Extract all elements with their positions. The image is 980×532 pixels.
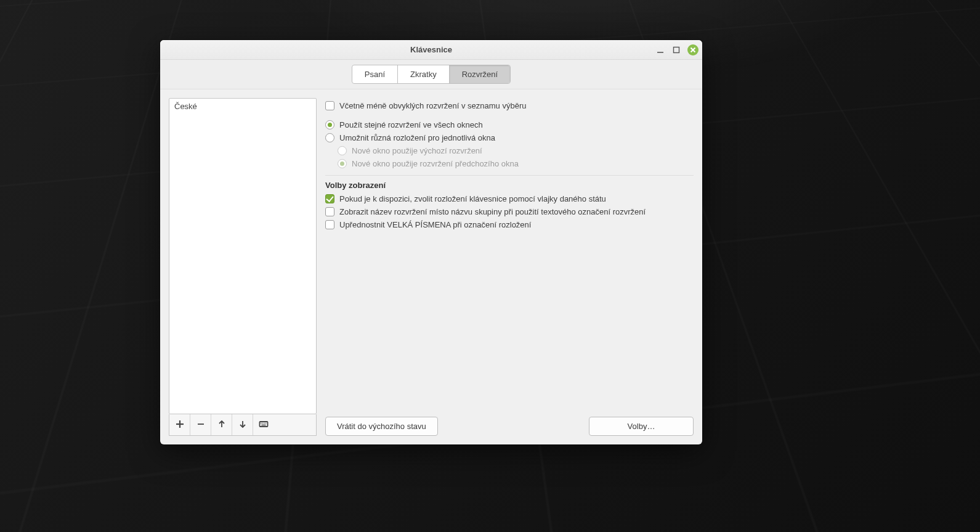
use-flag-row[interactable]: Pokud je k dispozici, zvolit rozložení k… bbox=[325, 192, 694, 205]
same-all-windows-label: Použít stejné rozvržení ve všech oknech bbox=[339, 120, 483, 129]
plus-icon bbox=[175, 419, 185, 431]
tab-shortcuts[interactable]: Zkratky bbox=[398, 65, 450, 83]
reset-button[interactable]: Vrátit do výchozího stavu bbox=[325, 417, 438, 436]
checkbox-icon bbox=[325, 101, 334, 110]
checkbox-icon bbox=[325, 220, 334, 229]
options-button[interactable]: Volby… bbox=[589, 417, 694, 436]
radio-icon bbox=[325, 133, 334, 142]
tab-strip: Psaní Zkratky Rozvržení bbox=[352, 65, 511, 84]
include-exotic-label: Včetně méně obvyklých rozvržení v seznam… bbox=[339, 101, 526, 110]
show-layout-name-row[interactable]: Zobrazit název rozvržení místo názvu sku… bbox=[325, 205, 694, 218]
layouts-list[interactable]: České bbox=[169, 98, 317, 414]
minimize-button[interactable] bbox=[655, 45, 665, 55]
arrow-up-icon bbox=[217, 419, 227, 431]
window-controls bbox=[655, 40, 699, 59]
divider bbox=[325, 175, 694, 176]
arrow-down-icon bbox=[238, 419, 248, 431]
minus-icon bbox=[196, 419, 206, 431]
use-flag-label: Pokud je k dispozici, zvolit rozložení k… bbox=[339, 194, 606, 203]
body: České bbox=[160, 89, 702, 444]
show-layout-name-label: Zobrazit název rozvržení místo názvu sku… bbox=[339, 207, 646, 216]
new-window-prev-label: Nové okno použije rozvržení předchozího … bbox=[352, 159, 519, 168]
checkbox-icon bbox=[325, 207, 334, 216]
move-down-button[interactable] bbox=[232, 414, 253, 435]
tab-layouts[interactable]: Rozvržení bbox=[450, 65, 511, 83]
tab-row: Psaní Zkratky Rozvržení bbox=[160, 60, 702, 89]
list-item[interactable]: České bbox=[174, 100, 311, 112]
show-keyboard-button[interactable] bbox=[253, 414, 274, 435]
checkbox-icon bbox=[325, 194, 334, 203]
radio-icon bbox=[338, 146, 347, 155]
per-window-label: Umožnit různá rozložení pro jednotlivá o… bbox=[339, 133, 495, 142]
keyboard-settings-window: Klávesnice Psaní Zkratky Rozvržení České bbox=[160, 40, 702, 444]
radio-icon bbox=[338, 159, 347, 168]
maximize-button[interactable] bbox=[671, 45, 681, 55]
prefer-uppercase-row[interactable]: Upřednostnit VELKÁ PÍSMENA při označení … bbox=[325, 218, 694, 231]
options-area: Včetně méně obvyklých rozvržení v seznam… bbox=[325, 99, 694, 409]
close-button[interactable] bbox=[687, 44, 699, 55]
prefer-uppercase-label: Upřednostnit VELKÁ PÍSMENA při označení … bbox=[339, 220, 531, 229]
new-window-prev-row: Nové okno použije rozvržení předchozího … bbox=[338, 157, 694, 170]
svg-rect-9 bbox=[260, 422, 268, 427]
svg-rect-1 bbox=[674, 47, 679, 52]
tab-typing[interactable]: Psaní bbox=[352, 65, 398, 83]
radio-icon bbox=[325, 120, 334, 129]
window-title: Klávesnice bbox=[410, 45, 452, 54]
keyboard-icon bbox=[259, 419, 269, 431]
remove-layout-button[interactable] bbox=[190, 414, 211, 435]
new-window-default-label: Nové okno použije výchozí rozvržení bbox=[352, 146, 482, 155]
same-all-windows-row[interactable]: Použít stejné rozvržení ve všech oknech bbox=[325, 118, 694, 131]
display-section-title: Volby zobrazení bbox=[325, 179, 694, 192]
settings-panel: Včetně méně obvyklých rozvržení v seznam… bbox=[325, 98, 694, 436]
bottom-buttons: Vrátit do výchozího stavu Volby… bbox=[325, 409, 694, 436]
titlebar: Klávesnice bbox=[160, 40, 702, 60]
layouts-toolbar bbox=[169, 414, 317, 436]
per-window-row[interactable]: Umožnit různá rozložení pro jednotlivá o… bbox=[325, 131, 694, 144]
include-exotic-row[interactable]: Včetně méně obvyklých rozvržení v seznam… bbox=[325, 99, 694, 112]
new-window-default-row: Nové okno použije výchozí rozvržení bbox=[338, 144, 694, 157]
add-layout-button[interactable] bbox=[169, 414, 190, 435]
layouts-panel: České bbox=[169, 98, 317, 436]
move-up-button[interactable] bbox=[211, 414, 232, 435]
